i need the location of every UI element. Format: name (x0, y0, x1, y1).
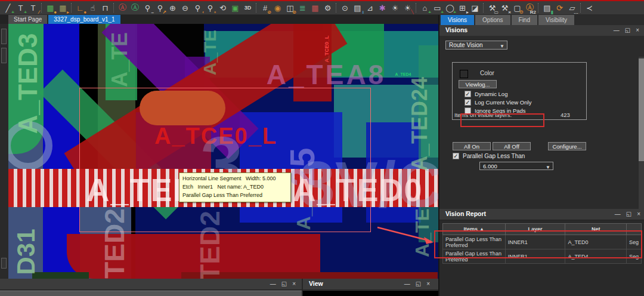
all-off-button[interactable]: All Off (493, 142, 531, 150)
net-label: A_TE (200, 30, 220, 76)
command-area[interactable] (0, 291, 302, 296)
scrollbar-thumb[interactable] (639, 58, 644, 161)
delay-tune-icon[interactable]: ⊓ (99, 2, 112, 14)
slide-icon[interactable]: ☝ (86, 2, 99, 14)
minimize-button[interactable]: — (614, 26, 620, 35)
grid-toggle-icon[interactable]: #⊘ (259, 2, 271, 14)
float-button[interactable]: ◱ (416, 280, 421, 288)
column-header-type[interactable] (626, 224, 641, 235)
zoom-out-icon[interactable]: ⊖ (179, 2, 191, 14)
net-label: A_TE (107, 32, 132, 87)
color-dialog-icon[interactable]: ◉ (271, 2, 284, 14)
panel-tab-find[interactable]: Find (512, 15, 537, 25)
edit-component-icon[interactable]: ▦▸ (57, 2, 69, 14)
edit-text-icon[interactable]: T∕ (27, 2, 39, 14)
application-window: ╱+T+T∕▦●▦▸∟●☝⊓ⒶⒶ⚲–⚲↗⊕⊖⚲‹⚲∘⟲▣3D#⊘◉◫⊘≣▦⚙⊙▤… (0, 0, 644, 296)
table-row[interactable]: Parallel Gap Less Than PreferredINNER1A_… (443, 249, 642, 264)
artwork-brush-icon[interactable]: ✱ (376, 2, 389, 14)
visions-panel-titlebar: Visions —◱× (439, 25, 644, 36)
close-button[interactable]: × (636, 26, 639, 35)
view-panel-titlebar: View —◱× (303, 279, 438, 290)
net-label: A_TED4 (395, 72, 411, 76)
measure-icon[interactable]: ⊿ (364, 2, 376, 14)
table-row[interactable]: Parallel Gap Less Than PreferredINNER1A_… (443, 235, 642, 249)
3d-canvas-icon[interactable]: 3D (242, 2, 254, 14)
net-label: A_TEA8 (267, 58, 386, 91)
panel-tab-visions[interactable]: Visions (441, 15, 474, 25)
panel-tab-options[interactable]: Options (475, 15, 510, 25)
panel-tab-visibility[interactable]: Visibility (538, 15, 574, 25)
pcb-canvas[interactable]: A_TED3A_TEA_TEA_TEA8A_TCE0_LA_TED4A_TCE0… (8, 24, 438, 279)
tab-start-page[interactable]: Start Page (8, 15, 47, 24)
checkbox-label: Dynamic Log (475, 91, 507, 97)
comment-icon[interactable]: ▱… (566, 2, 578, 14)
add-line-icon[interactable]: ╱+ (2, 2, 14, 14)
parallel-gap-checkbox[interactable]: ✓ (453, 153, 459, 159)
dock-handle[interactable] (1, 48, 7, 63)
layers-icon[interactable]: ≣ (296, 2, 309, 14)
shine-on-icon[interactable]: ☀ (389, 2, 401, 14)
net-label: A_TED0 (292, 171, 423, 208)
dock-handle[interactable] (1, 29, 7, 44)
unrats-all-icon[interactable]: Ⓐ (116, 2, 129, 14)
minimize-button[interactable]: — (270, 280, 276, 288)
column-header-Net[interactable]: Net (565, 224, 627, 235)
snapshot-settings-icon[interactable]: ▢⚙ (511, 2, 524, 14)
bottom-left-panel: —◱× (0, 279, 302, 296)
minimize-button[interactable]: — (615, 210, 621, 218)
redraw-icon[interactable]: ⟲ (216, 2, 229, 14)
refdes-rename-icon[interactable]: ⒶR2 (524, 2, 536, 14)
visibility-eye-icon[interactable]: ⊙ (339, 2, 351, 14)
zoom-in-icon[interactable]: ⊕ (166, 2, 179, 14)
open-board-icon[interactable]: ▣ (229, 2, 242, 14)
color-grid-icon[interactable]: ▦ (309, 2, 321, 14)
close-button[interactable]: × (637, 210, 640, 218)
view-copy-icon[interactable]: ◫⊘ (284, 2, 296, 14)
zoom-previous-icon[interactable]: ⚲‹ (191, 2, 204, 14)
float-button[interactable]: ◱ (626, 210, 631, 218)
float-button[interactable]: ◱ (625, 26, 630, 35)
vision-report-titlebar: Vision Report —◱× (439, 209, 644, 220)
float-button[interactable]: ◱ (281, 280, 287, 288)
add-circle-icon[interactable]: ◯+ (444, 2, 456, 14)
vision-report-panel: Vision Report —◱× Items ▲LayerNetParalle… (439, 209, 644, 296)
report-info-icon[interactable]: ▤i (351, 2, 364, 14)
column-header-Items[interactable]: Items ▲ (443, 224, 506, 235)
left-dock-strip (0, 24, 8, 279)
sync-icon[interactable]: ⟳ (553, 2, 566, 14)
zoom-out-points-icon[interactable]: ⚲– (141, 2, 154, 14)
column-header-Layer[interactable]: Layer (505, 224, 565, 235)
vision-type-dropdown[interactable]: Route Vision ▼ (445, 41, 507, 50)
color-swatch[interactable] (460, 70, 468, 78)
share-icon[interactable]: ≺ (583, 2, 596, 14)
report-chart-icon[interactable]: ▤▮ (541, 2, 553, 14)
close-button[interactable]: × (426, 280, 430, 288)
panel-title: Vision Report (445, 210, 486, 217)
close-button[interactable]: × (292, 280, 296, 288)
tool-delete-icon[interactable]: ⚒× (499, 2, 511, 14)
all-on-button[interactable]: All On (453, 142, 491, 150)
tab-board-file[interactable]: 3327_dsp_board_v1_1 (48, 15, 120, 24)
gap-value-dropdown[interactable]: 6.000 ▼ (479, 162, 553, 170)
zoom-points-icon[interactable]: ⚲↗ (154, 2, 166, 14)
rats-all-icon[interactable]: Ⓐ (129, 2, 141, 14)
add-connect-icon[interactable]: ∟● (74, 2, 86, 14)
checkbox-row: ✓Log Current View Only (465, 98, 531, 106)
checkbox-log-current-view-only[interactable]: ✓ (465, 99, 471, 106)
dock-handle[interactable] (1, 258, 7, 269)
add-text-icon[interactable]: T+ (14, 2, 27, 14)
shine-off-icon[interactable]: ☀╲ (401, 2, 414, 14)
viewlog-button[interactable]: Viewlog... (459, 80, 497, 88)
zoom-world-icon[interactable]: ⚲∘ (204, 2, 216, 14)
minimize-button[interactable]: — (404, 280, 410, 288)
place-component-icon[interactable]: ▦● (44, 2, 57, 14)
checkbox-dynamic-log[interactable]: ✓ (465, 91, 471, 97)
add-polygon-icon[interactable]: ⌂+ (419, 2, 431, 14)
settings-gear-icon[interactable]: ⚙ (321, 2, 334, 14)
configure-button[interactable]: Configure... (548, 142, 586, 150)
invert-contrast-icon[interactable]: ◪ (469, 2, 481, 14)
tool-document-icon[interactable]: ⚒▭ (486, 2, 499, 14)
select-window-icon[interactable]: ⊞▸ (456, 2, 469, 14)
panel-scrollbar[interactable] (639, 57, 644, 230)
add-rectangle-icon[interactable]: ▭+ (431, 2, 444, 14)
